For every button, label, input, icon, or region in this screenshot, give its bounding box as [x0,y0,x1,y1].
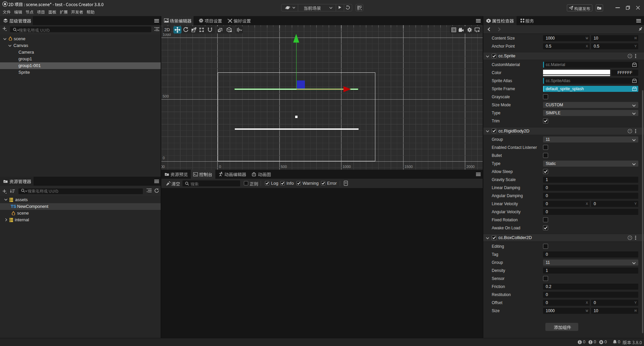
svg-text:?: ? [629,54,631,58]
svg-text:?: ? [629,236,631,239]
svg-text:?: ? [629,129,631,133]
